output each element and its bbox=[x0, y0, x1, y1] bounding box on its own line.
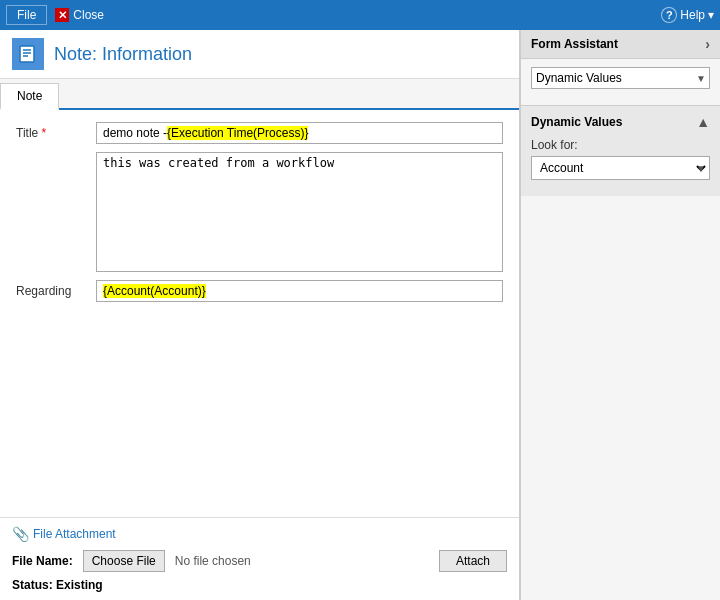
form-assistant-header: Form Assistant › bbox=[521, 30, 720, 59]
chevron-up-icon: ▲ bbox=[696, 114, 710, 130]
title-field[interactable]: demo note - {Execution Time(Process)} bbox=[96, 122, 503, 144]
no-file-text: No file chosen bbox=[175, 554, 251, 568]
right-panel: Form Assistant › Dynamic Values Dynamic … bbox=[520, 30, 720, 600]
top-bar: File ✕ Close ? Help ▾ bbox=[0, 0, 720, 30]
file-button[interactable]: File bbox=[6, 5, 47, 25]
paperclip-icon: 📎 bbox=[12, 526, 29, 542]
fa-dropdown-section: Dynamic Values bbox=[521, 59, 720, 105]
title-row: Title * demo note - {Execution Time(Proc… bbox=[16, 122, 503, 144]
left-panel: Note: Information Note Title * demo note… bbox=[0, 30, 520, 600]
required-indicator: * bbox=[42, 126, 47, 140]
regarding-value: {Account(Account)} bbox=[103, 284, 206, 298]
bottom-section: 📎 File Attachment File Name: Choose File… bbox=[0, 517, 519, 600]
look-for-wrapper: Account bbox=[531, 156, 710, 180]
note-textarea[interactable]: this was created from a workflow bbox=[96, 152, 503, 272]
filename-label: File Name: bbox=[12, 554, 73, 568]
textarea-row: this was created from a workflow bbox=[16, 152, 503, 272]
status-bar: Status: Existing bbox=[12, 578, 507, 592]
form-body: Title * demo note - {Execution Time(Proc… bbox=[0, 110, 519, 517]
look-for-select[interactable]: Account bbox=[531, 156, 710, 180]
close-icon: ✕ bbox=[55, 8, 69, 22]
help-chevron-icon: ▾ bbox=[708, 8, 714, 22]
look-for-label: Look for: bbox=[531, 138, 710, 152]
choose-file-button[interactable]: Choose File bbox=[83, 550, 165, 572]
tab-note[interactable]: Note bbox=[0, 83, 59, 110]
textarea-label bbox=[16, 152, 96, 156]
help-label: Help bbox=[680, 8, 705, 22]
dynamic-values-select[interactable]: Dynamic Values bbox=[531, 67, 710, 89]
title-label: Title * bbox=[16, 122, 96, 140]
attach-button[interactable]: Attach bbox=[439, 550, 507, 572]
chevron-right-icon: › bbox=[705, 36, 710, 52]
dv-header: Dynamic Values ▲ bbox=[531, 114, 710, 130]
dynamic-values-wrapper: Dynamic Values bbox=[531, 67, 710, 89]
svg-rect-0 bbox=[20, 46, 34, 62]
file-row: File Name: Choose File No file chosen At… bbox=[12, 550, 507, 572]
dynamic-values-section: Dynamic Values ▲ Look for: Account bbox=[521, 105, 720, 196]
dv-title: Dynamic Values bbox=[531, 115, 622, 129]
main-area: Note: Information Note Title * demo note… bbox=[0, 30, 720, 600]
regarding-row: Regarding {Account(Account)} bbox=[16, 280, 503, 302]
file-attachment-label: File Attachment bbox=[33, 527, 116, 541]
regarding-label: Regarding bbox=[16, 280, 96, 298]
page-title: Note: Information bbox=[54, 44, 192, 65]
close-button[interactable]: ✕ Close bbox=[55, 8, 104, 22]
help-button[interactable]: ? Help ▾ bbox=[661, 7, 714, 23]
title-static-text: demo note - bbox=[103, 126, 167, 140]
tab-bar: Note bbox=[0, 79, 519, 110]
close-label: Close bbox=[73, 8, 104, 22]
title-dynamic-value: {Execution Time(Process)} bbox=[167, 126, 308, 140]
form-header: Note: Information bbox=[0, 30, 519, 79]
file-attachment-link[interactable]: 📎 File Attachment bbox=[12, 526, 507, 542]
help-icon: ? bbox=[661, 7, 677, 23]
form-assistant-title: Form Assistant bbox=[531, 37, 618, 51]
regarding-field[interactable]: {Account(Account)} bbox=[96, 280, 503, 302]
note-icon bbox=[12, 38, 44, 70]
